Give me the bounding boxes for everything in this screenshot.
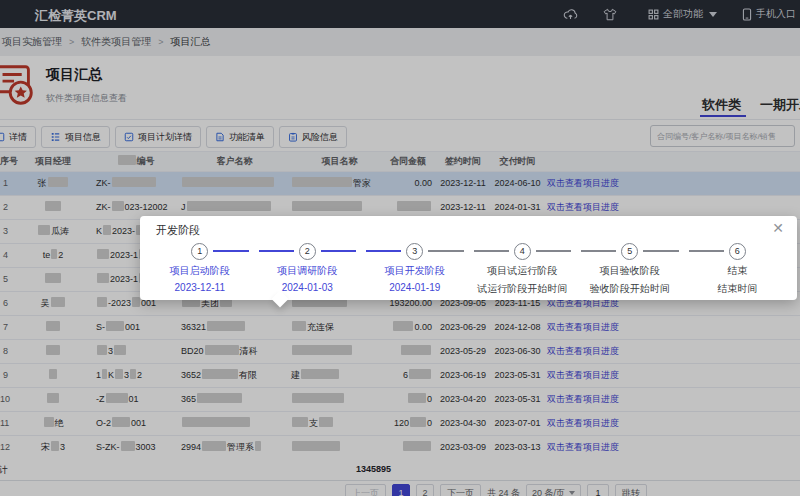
step-connector [689,250,724,252]
step-number-circle: 2 [299,243,316,260]
step-connector [474,250,509,252]
step-value: 2023-12-11 [175,282,225,293]
step-value: 结束时间 [717,282,757,296]
phase-step-6: 6结束结束时间 [684,242,792,296]
step-connector [581,250,616,252]
phase-step-2: 2项目调研阶段2024-01-03 [254,242,362,296]
step-connector [428,250,463,252]
step-label: 结束 [727,264,747,278]
step-value: 2024-01-19 [389,282,440,293]
step-label: 项目启动阶段 [170,264,230,278]
step-value: 试运行阶段开始时间 [477,282,567,296]
step-connector [536,250,571,252]
step-connector [213,250,248,252]
phase-stepper: 1项目启动阶段2023-12-112项目调研阶段2024-01-033项目开发阶… [146,242,791,296]
dev-phase-modal: 开发阶段 ✕ 1项目启动阶段2023-12-112项目调研阶段2024-01-0… [140,216,797,300]
step-label: 项目验收阶段 [600,264,660,278]
phase-step-3: 3项目开发阶段2024-01-19 [361,242,469,296]
step-label: 项目开发阶段 [385,264,445,278]
phase-step-5: 5项目验收阶段验收阶段开始时间 [576,242,684,296]
step-value: 验收阶段开始时间 [590,282,670,296]
step-label: 项目试运行阶段 [487,264,557,278]
phase-step-1: 1项目启动阶段2023-12-11 [146,242,254,296]
close-icon[interactable]: ✕ [772,220,784,236]
phase-step-4: 4项目试运行阶段试运行阶段开始时间 [469,242,577,296]
step-number-circle: 6 [729,243,746,260]
step-number-circle: 5 [621,243,638,260]
step-connector [643,250,678,252]
app-root: { "colors": { "accent": "#4246d6", "bran… [0,0,800,496]
step-number-circle: 3 [406,243,423,260]
step-number-circle: 1 [191,243,208,260]
step-number-circle: 4 [514,243,531,260]
step-connector [321,250,356,252]
modal-title: 开发阶段 [156,223,200,238]
step-label: 项目调研阶段 [277,264,337,278]
step-connector [366,250,401,252]
step-connector [259,250,294,252]
step-value: 2024-01-03 [282,282,333,293]
